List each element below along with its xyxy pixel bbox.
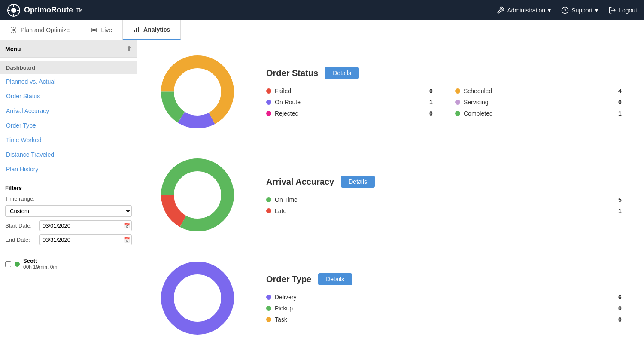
svg-rect-7 xyxy=(134,30,135,32)
sidebar-item-time-worked[interactable]: Time Worked xyxy=(0,133,137,147)
sidebar-item-order-status[interactable]: Order Status xyxy=(0,89,137,103)
wrench-icon xyxy=(497,6,504,14)
order-type-section: Order Type Details Delivery 6 Pickup 0 xyxy=(155,255,627,341)
sidebar-item-planned-vs-actual[interactable]: Planned vs. Actual xyxy=(0,74,137,89)
tab-live[interactable]: Live xyxy=(80,20,123,40)
svg-point-13 xyxy=(180,75,215,109)
arrival-accuracy-title-row: Arrival Accuracy Details xyxy=(266,176,627,188)
servicing-dot xyxy=(455,100,460,105)
task-value: 0 xyxy=(618,316,627,323)
delivery-value: 6 xyxy=(618,294,627,301)
svg-point-16 xyxy=(180,178,215,212)
support-chevron: ▾ xyxy=(595,7,598,14)
time-range-select-row: Custom Today This Week This Month xyxy=(5,205,132,217)
legend-scheduled: Scheduled 4 xyxy=(455,88,627,94)
support-label: Support xyxy=(571,7,592,14)
completed-value: 1 xyxy=(618,110,627,117)
arrival-accuracy-legend: Arrival Accuracy Details On Time 5 Late … xyxy=(266,176,627,214)
nav-right: Administration ▾ Support ▾ Logout xyxy=(497,6,637,14)
servicing-value: 0 xyxy=(618,99,627,106)
on-time-label: On Time xyxy=(275,196,615,203)
rejected-value: 0 xyxy=(429,110,438,117)
order-status-title: Order Status xyxy=(266,68,318,78)
tab-analytics-label: Analytics xyxy=(143,26,170,33)
legend-rejected: Rejected 0 xyxy=(266,110,438,117)
late-value: 1 xyxy=(618,207,627,214)
tab-live-label: Live xyxy=(101,27,112,33)
order-type-legend: Order Type Details Delivery 6 Pickup 0 xyxy=(266,273,627,323)
svg-point-3 xyxy=(565,12,565,12)
start-date-wrapper: 📅 xyxy=(39,220,132,231)
servicing-label: Servicing xyxy=(464,99,615,106)
driver-name: Scott xyxy=(23,258,58,264)
content-area: Order Status Details Failed 0 Scheduled … xyxy=(137,40,644,362)
delivery-dot xyxy=(266,295,271,300)
logout-button[interactable]: Logout xyxy=(608,6,637,14)
menu-category: Dashboard xyxy=(0,61,137,74)
order-status-legend-grid: Failed 0 Scheduled 4 On Route 1 xyxy=(266,88,627,117)
legend-failed: Failed 0 xyxy=(266,88,438,94)
logo-text: OptimoRoute xyxy=(24,6,73,15)
order-status-details-button[interactable]: Details xyxy=(325,67,359,79)
start-date-label: Start Date: xyxy=(5,222,39,229)
top-nav: OptimoRouteTM Administration ▾ Support ▾ xyxy=(0,0,644,20)
on-route-label: On Route xyxy=(275,99,426,106)
gear-icon xyxy=(10,27,17,33)
logo-icon xyxy=(7,3,21,17)
legend-late: Late 1 xyxy=(266,207,627,214)
svg-point-1 xyxy=(11,8,16,13)
tab-plan-optimize[interactable]: Plan and Optimize xyxy=(0,20,80,40)
pickup-dot xyxy=(266,306,271,311)
order-type-legend-grid: Delivery 6 Pickup 0 Task 0 xyxy=(266,294,627,323)
logo-area: OptimoRouteTM xyxy=(7,3,497,17)
svg-point-6 xyxy=(93,29,95,31)
logout-label: Logout xyxy=(619,7,637,14)
sidebar-item-order-type[interactable]: Order Type xyxy=(0,118,137,133)
rejected-label: Rejected xyxy=(275,110,426,117)
legend-completed: Completed 1 xyxy=(455,110,627,117)
rejected-dot xyxy=(266,111,271,116)
svg-rect-9 xyxy=(138,27,139,32)
tab-analytics[interactable]: Analytics xyxy=(123,20,181,40)
sidebar-item-distance-traveled[interactable]: Distance Traveled xyxy=(0,147,137,162)
order-type-donut xyxy=(155,255,240,341)
on-route-dot xyxy=(266,100,271,105)
failed-dot xyxy=(266,88,271,94)
filters-title: Filters xyxy=(5,185,132,191)
support-menu[interactable]: Support ▾ xyxy=(561,6,598,14)
pickup-label: Pickup xyxy=(275,305,615,312)
sidebar-item-arrival-accuracy[interactable]: Arrival Accuracy xyxy=(0,103,137,118)
admin-menu[interactable]: Administration ▾ xyxy=(497,6,551,14)
late-dot xyxy=(266,208,271,213)
driver-checkbox[interactable] xyxy=(5,261,11,267)
end-date-row: End Date: 📅 xyxy=(5,234,132,245)
order-status-section: Order Status Details Failed 0 Scheduled … xyxy=(155,49,627,135)
end-date-input[interactable] xyxy=(39,234,132,245)
legend-on-time: On Time 5 xyxy=(266,196,627,203)
svg-rect-8 xyxy=(136,28,137,32)
logout-icon xyxy=(608,6,616,14)
on-time-dot xyxy=(266,197,271,202)
time-range-label: Time range: xyxy=(5,195,39,202)
completed-label: Completed xyxy=(464,110,615,117)
failed-value: 0 xyxy=(429,88,438,94)
legend-task: Task 0 xyxy=(266,316,627,323)
time-range-select[interactable]: Custom Today This Week This Month xyxy=(5,205,132,217)
late-label: Late xyxy=(275,207,615,214)
arrival-accuracy-donut xyxy=(155,152,240,238)
legend-pickup: Pickup 0 xyxy=(266,305,627,312)
analytics-icon xyxy=(133,26,140,33)
sidebar-item-plan-history[interactable]: Plan History xyxy=(0,162,137,176)
order-type-details-button[interactable]: Details xyxy=(318,273,352,285)
logo-tm: TM xyxy=(76,8,82,12)
sidebar-header: Menu ⬆ xyxy=(0,40,137,58)
failed-label: Failed xyxy=(275,88,426,94)
arrival-accuracy-details-button[interactable]: Details xyxy=(341,176,375,188)
start-date-input[interactable] xyxy=(39,220,132,231)
tab-plan-label: Plan and Optimize xyxy=(21,27,70,33)
collapse-button[interactable]: ⬆ xyxy=(126,45,132,53)
filters-section: Filters Time range: Custom Today This We… xyxy=(0,180,137,253)
svg-point-5 xyxy=(13,29,15,31)
start-date-row: Start Date: 📅 xyxy=(5,220,132,231)
admin-chevron: ▾ xyxy=(548,7,551,14)
